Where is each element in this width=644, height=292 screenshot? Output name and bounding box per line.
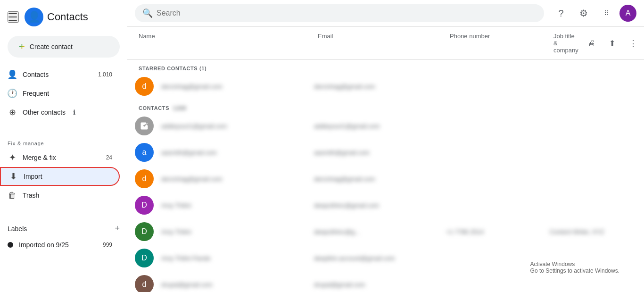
contact-email: addieyouri1@gmail.com [314, 123, 446, 130]
contact-name: Amy Thilini [161, 228, 191, 235]
sidebar-item-import[interactable]: ⬇ Import [0, 167, 120, 186]
contact-email: deepthin.account@gmail.com [314, 255, 446, 262]
label-dot-icon [8, 242, 13, 248]
activate-line1: Activate Windows [530, 261, 619, 267]
windows-activate-overlay: Activate Windows Go to Settings to activ… [525, 257, 625, 278]
table-row[interactable]: d dercinhag@gmail.com dercinhag@gmail.co… [127, 73, 644, 100]
more-options-button[interactable]: ⋮ [624, 34, 643, 53]
sidebar-item-trash[interactable]: 🗑 Trash [0, 186, 120, 205]
add-label-button[interactable]: + [115, 224, 120, 234]
col-header-name: Name [135, 27, 314, 59]
col-header-phone: Phone number [446, 27, 550, 59]
labels-section: Labels + [0, 220, 127, 235]
contact-name-cell: d dercinhag@gmail.com [135, 77, 314, 96]
contact-email: dercinhag@gmail.com [314, 175, 446, 183]
contacts-count-blurred: 1,010 [173, 105, 186, 111]
imported-count: 999 [103, 242, 112, 248]
sidebar-other-label: Other contacts [23, 108, 66, 116]
topbar: 🔍 ? ⚙ ⠿ A [127, 0, 644, 26]
trash-icon: 🗑 [8, 191, 17, 200]
search-input[interactable] [157, 9, 537, 17]
contact-name-cell: D Amy Thilini [135, 222, 314, 241]
help-icon: ? [558, 8, 563, 19]
person-icon: 👤 [8, 70, 17, 79]
plus-icon: + [19, 42, 25, 52]
table-row[interactable]: d dercinhag@gmail.com dercinhag@gmail.co… [127, 166, 644, 192]
print-button[interactable]: 🖨 [582, 34, 601, 53]
apps-icon: ⠿ [604, 9, 609, 17]
col-header-email: Email [314, 27, 446, 59]
contact-name: aasmith@gmail.com [161, 149, 217, 156]
search-bar: 🔍 [135, 4, 544, 22]
contact-name: Amy Thilini Pande [161, 255, 211, 262]
contact-name: Amy Thilini [161, 202, 191, 209]
sidebar-item-imported-9-25[interactable]: Imported on 9/25 999 [0, 235, 120, 254]
contact-email: drupal@gmail.com [314, 281, 446, 288]
contact-name-cell: addieyouri1@gmail.com [135, 117, 314, 135]
avatar: d [135, 77, 154, 96]
search-icon: 🔍 [142, 8, 153, 18]
avatar-initial: A [626, 9, 631, 17]
sidebar-item-frequent[interactable]: 🕐 Frequent [0, 84, 120, 103]
sidebar: 👤 Contacts + Create contact 👤 Contacts 1… [0, 0, 127, 292]
contact-name: dercinhag@gmail.com [161, 83, 223, 90]
contact-email: aasmith@gmail.com [314, 149, 446, 156]
help-button[interactable]: ? [552, 4, 570, 23]
sidebar-contacts-label: Contacts [23, 71, 49, 78]
topbar-actions: ? ⚙ ⠿ A [552, 4, 636, 23]
info-icon: ℹ [73, 108, 75, 116]
contacts-count: 1,010 [98, 71, 112, 78]
table-row[interactable]: addieyouri1@gmail.com addieyouri1@gmail.… [127, 113, 644, 139]
contact-email: deepcithinc@g... [314, 228, 446, 235]
fix-manage-title: Fix & manage [0, 137, 127, 148]
imported-label: Imported on 9/25 [19, 241, 69, 249]
app-title: Contacts [47, 11, 88, 23]
history-icon: 🕐 [8, 89, 17, 98]
table-row[interactable]: D Amy Thilini deepcithinc@g... +1 7786 2… [127, 218, 644, 245]
merge-fix-label: Merge & fix [23, 154, 56, 161]
contact-name-cell: D Amy Thilini [135, 196, 314, 215]
contact-email: deepcithinc@gmail.com [314, 202, 446, 209]
labels-title: Labels [8, 225, 115, 233]
starred-contacts-header: STARRED CONTACTS (1) [127, 60, 644, 73]
auto-fix-icon: ✦ [8, 153, 17, 162]
contacts-section-header: CONTACTS [139, 105, 169, 111]
sidebar-item-contacts[interactable]: 👤 Contacts 1,010 [0, 65, 120, 84]
hamburger-menu-button[interactable] [8, 11, 19, 23]
contact-name: addieyouri1@gmail.com [161, 123, 227, 130]
main-content: 🔍 ? ⚙ ⠿ A Name Email Phone number Job ti… [127, 0, 644, 292]
table-row[interactable]: D Amy Thilini deepcithinc@gmail.com [127, 192, 644, 218]
logo-icon: 👤 [28, 12, 41, 22]
col-header-job: Job title & company [550, 27, 582, 59]
avatar: D [135, 222, 154, 241]
export-button[interactable]: ⬆ [603, 34, 622, 53]
import-icon: ⬇ [8, 172, 18, 181]
person-add-icon: ⊕ [8, 108, 17, 117]
import-label: Import [24, 173, 42, 180]
contact-name: dercinhag@gmail.com [161, 175, 223, 183]
logo-area: 👤 Contacts [25, 8, 88, 26]
create-contact-label: Create contact [30, 43, 73, 50]
contact-name-cell: d dercinhag@gmail.com [135, 169, 314, 188]
sidebar-item-other-contacts[interactable]: ⊕ Other contacts ℹ [0, 103, 120, 122]
contact-name-cell: D Amy Thilini Pande [135, 249, 314, 267]
contact-name: drupal@gmail.com [161, 281, 213, 288]
contact-name-cell: d drupal@gmail.com [135, 275, 314, 292]
contact-email: dercinhag@gmail.com [314, 83, 446, 90]
sidebar-frequent-label: Frequent [23, 90, 49, 97]
sidebar-item-merge-fix[interactable]: ✦ Merge & fix 24 [0, 148, 120, 167]
app-logo: 👤 [25, 8, 43, 26]
contacts-area: Name Email Phone number Job title & comp… [127, 26, 644, 292]
settings-button[interactable]: ⚙ [574, 4, 593, 23]
apps-button[interactable]: ⠿ [597, 4, 616, 23]
avatar: D [135, 249, 154, 267]
avatar: a [135, 143, 154, 162]
table-row[interactable]: a aasmith@gmail.com aasmith@gmail.com [127, 139, 644, 166]
user-avatar-button[interactable]: A [619, 5, 636, 22]
activate-line2: Go to Settings to activate Windows. [530, 267, 619, 274]
create-contact-button[interactable]: + Create contact [8, 36, 120, 58]
avatar: d [135, 275, 154, 292]
table-action-buttons: 🖨 ⬆ ⋮ ☰ [582, 27, 644, 59]
avatar: d [135, 169, 154, 188]
avatar [135, 117, 154, 135]
